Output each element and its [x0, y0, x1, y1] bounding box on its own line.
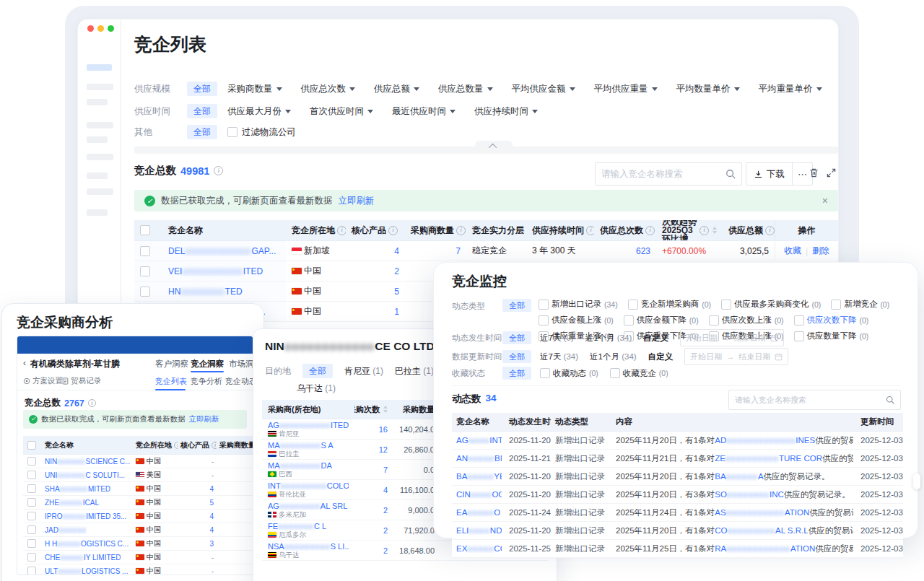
buyer-name-link[interactable]: NSAoooooooooS LI...: [268, 542, 349, 551]
destination-item-wrap[interactable]: 乌干达 (1): [297, 383, 336, 395]
table-row[interactable]: UNIooooooC SOLUTI... 美国 -: [23, 468, 253, 482]
row-checkbox[interactable]: [23, 523, 42, 536]
side-panel-handle[interactable]: [913, 473, 920, 489]
delete-link[interactable]: 删除: [812, 245, 829, 257]
quick-range-7d[interactable]: 近7天 (34): [540, 351, 578, 362]
filter-option[interactable]: 平均数量单价: [676, 83, 740, 95]
quick-range-1m[interactable]: 近1个月 (34): [590, 351, 637, 362]
row-checkbox[interactable]: [23, 468, 42, 481]
date-range-input[interactable]: 开始日期 → 结束日期: [680, 329, 784, 346]
info-icon[interactable]: [388, 226, 398, 235]
buyer-name-link[interactable]: MAooooooooDA: [268, 461, 349, 470]
table-row[interactable]: H HoooooOGISTICS C... 中国 3: [23, 537, 253, 551]
col-duration[interactable]: 供应持续时间: [526, 220, 594, 240]
info-icon[interactable]: [88, 399, 96, 407]
buyer-count[interactable]: 7: [405, 241, 466, 261]
company-name-link[interactable]: ULToooooLOGISTICS ...: [42, 564, 133, 575]
type-filter-item[interactable]: 供应数量下降 (0): [794, 331, 869, 341]
close-icon[interactable]: ×: [822, 195, 828, 206]
buyer-name-link[interactable]: MAooooooooS A: [268, 441, 349, 450]
sidebar-item[interactable]: [87, 99, 108, 105]
row-checkbox[interactable]: [23, 510, 42, 523]
fullscreen-button[interactable]: [826, 167, 837, 181]
buyer-cell[interactable]: AGooooooooAL SRL 多米尼加: [262, 500, 354, 520]
filter-option[interactable]: 平均供应金额: [512, 83, 575, 95]
times-cell[interactable]: 7: [354, 460, 391, 479]
back-icon[interactable]: ‹: [23, 358, 26, 368]
buyer-name-link[interactable]: FEoooooooC L: [268, 522, 349, 530]
filter-all-chip[interactable]: 全部: [187, 104, 217, 118]
company-name-link[interactable]: H HoooooOGISTICS C...: [42, 537, 133, 550]
company-name-link[interactable]: ELIooooNDU...: [452, 522, 506, 539]
type-filter-item[interactable]: 竞企新增采购商 (0): [628, 299, 711, 310]
company-name-link[interactable]: SHAooooooMITED: [42, 482, 133, 495]
row-checkbox[interactable]: [23, 496, 42, 509]
breadcrumb[interactable]: 有机磷类除草剂-草甘膦: [30, 358, 120, 370]
destination-item[interactable]: 肯尼亚 (1): [344, 365, 383, 377]
type-filter-item[interactable]: 供应金额上涨 (0): [539, 315, 614, 326]
company-name-link[interactable]: JADoooooo: [42, 523, 133, 536]
subtab-competitor-list[interactable]: 竞企列表: [155, 376, 187, 387]
row-checkbox[interactable]: [134, 241, 162, 261]
type-filter-item[interactable]: 新增出口记录 (34): [539, 299, 618, 310]
filter-option[interactable]: 供应持续时间: [474, 105, 538, 118]
filter-option[interactable]: 采购商数量: [227, 83, 282, 95]
filter-all-chip[interactable]: 全部: [502, 299, 531, 312]
table-row[interactable]: ANoooooBIO... 2025-11-21 新增出口记录 2025年11月…: [452, 450, 903, 468]
sidebar-item[interactable]: [87, 122, 113, 128]
custom-range-label[interactable]: 自定义: [643, 333, 668, 344]
row-checkbox[interactable]: [23, 455, 42, 468]
product-count[interactable]: 2: [346, 261, 405, 281]
filter-collapse-tab[interactable]: [475, 141, 513, 152]
company-name-link[interactable]: IPROoooooIMITED 35...: [42, 510, 133, 523]
table-row[interactable]: ELIooooNDU... 2025-11-20 新增出口记录 2025年11月…: [452, 522, 903, 540]
table-row[interactable]: SHAooooooMITED 中国 4: [23, 482, 253, 496]
table-row[interactable]: AGooooINT... 2025-11-20 新增出口记录 2025年11月2…: [452, 432, 903, 450]
type-filter-item[interactable]: 供应次数上涨 (0): [709, 315, 784, 326]
times-cell[interactable]: 16: [354, 419, 391, 439]
buyer-name-link[interactable]: INToooooooooCOLO...: [268, 481, 349, 490]
product-count[interactable]: 4: [178, 482, 217, 495]
favorite-filter-item[interactable]: 收藏竞企 (0): [610, 368, 668, 379]
filter-all-chip[interactable]: 全部: [187, 82, 217, 96]
quick-range-7d[interactable]: 近7天 (0): [540, 333, 574, 344]
buyer-cell[interactable]: MAooooooooS A 巴拉圭: [262, 440, 354, 459]
type-filter-item[interactable]: 供应最多采购商变化 (0): [721, 299, 821, 310]
buyer-cell[interactable]: MAooooooooDA 巴西: [262, 460, 354, 479]
tab-market-insight[interactable]: 市场洞察: [229, 359, 253, 370]
product-count[interactable]: -: [178, 564, 217, 575]
product-count[interactable]: 5: [346, 281, 405, 301]
table-row[interactable]: EXoooooCO... 2025-11-25 新增出口记录 2025年11月2…: [452, 540, 903, 558]
sidebar-item[interactable]: [87, 188, 113, 195]
destination-item[interactable]: 巴拉圭 (1): [395, 365, 434, 377]
filter-all-chip[interactable]: 全部: [502, 331, 531, 344]
custom-range-label[interactable]: 自定义: [648, 351, 674, 362]
filter-option[interactable]: 供应最大月份: [227, 105, 291, 118]
company-name-link[interactable]: VEIoooooooooooITED: [162, 261, 286, 281]
buyer-cell[interactable]: AGooooooooooITED 肯尼亚: [262, 419, 354, 439]
filter-logistics-checkbox[interactable]: 过滤物流公司: [227, 126, 296, 139]
type-filter-item[interactable]: 供应次数下降 (0): [794, 315, 869, 326]
sidebar-item[interactable]: [87, 136, 108, 143]
buyer-cell[interactable]: INToooooooooCOLO... 哥伦比亚: [262, 480, 354, 499]
company-name-link[interactable]: CHEoooooIY LIMITED: [42, 551, 133, 564]
type-filter-item[interactable]: 新增竞企 (0): [831, 299, 889, 310]
product-count[interactable]: 4: [346, 241, 405, 261]
filter-option[interactable]: 供应总额: [374, 83, 419, 95]
company-name-link[interactable]: ZHEoooooICAL: [42, 496, 133, 509]
buyer-cell[interactable]: FEoooooooC L 厄瓜多尔: [262, 520, 354, 540]
filter-option[interactable]: 最近供应时间: [392, 105, 456, 118]
row-checkbox[interactable]: [23, 482, 42, 495]
subtab-competition-analysis[interactable]: 竞争分析: [191, 376, 222, 387]
company-name-link[interactable]: CINooooOGIS...: [452, 486, 506, 503]
quick-range-1m[interactable]: 近1个月 (34): [585, 333, 632, 344]
company-name-link[interactable]: UNIooooooC SOLUTI...: [42, 468, 133, 481]
trade-records-button[interactable]: 贸易记录: [62, 376, 101, 386]
sidebar-item[interactable]: [87, 209, 108, 216]
times-cell[interactable]: 2: [354, 500, 391, 520]
col-buyers[interactable]: 采购商数量: [405, 220, 466, 240]
filter-option[interactable]: 供应总次数: [301, 83, 356, 95]
company-name-link[interactable]: EXoooooCO...: [452, 540, 506, 557]
sidebar-item-active[interactable]: [87, 64, 112, 71]
info-icon[interactable]: [214, 166, 223, 175]
